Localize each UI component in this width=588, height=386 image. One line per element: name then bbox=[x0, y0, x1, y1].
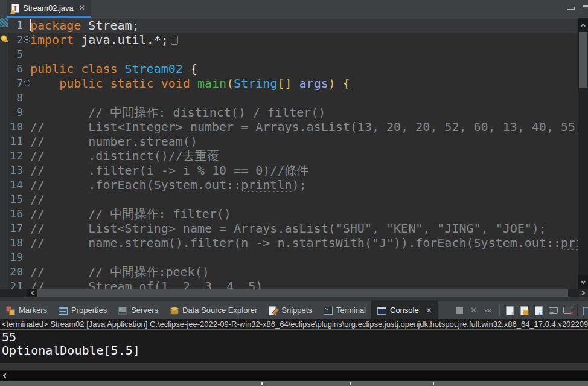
code-line[interactable]: 21// Stream.of(1, 2, 3, 4, 5) bbox=[0, 279, 578, 289]
fold-expand-icon[interactable]: + bbox=[24, 36, 30, 43]
line-number: 5 bbox=[8, 47, 23, 62]
fold-cell bbox=[23, 149, 30, 163]
open-console-icon[interactable] bbox=[583, 306, 588, 315]
vertical-scrollbar[interactable] bbox=[578, 18, 588, 297]
console-output-line: 55 bbox=[2, 330, 588, 344]
code-line[interactable]: 8 bbox=[0, 91, 578, 105]
data-source-explorer-icon bbox=[169, 306, 179, 315]
scroll-right-corner-icon[interactable] bbox=[578, 289, 588, 297]
code-line[interactable]: 2+import java.util.*; bbox=[0, 33, 578, 47]
console-output[interactable]: 55OptionalDouble[5.5] bbox=[0, 330, 588, 363]
code-line[interactable]: 19 bbox=[0, 250, 578, 265]
trim-tick bbox=[350, 382, 351, 385]
code-line[interactable]: 13// .filter(i -> i % 10 == 0)//條件 bbox=[0, 163, 578, 178]
code-line[interactable]: 20// // 中間操作:peek() bbox=[0, 265, 578, 279]
range-indicator bbox=[0, 18, 8, 27]
code-text: // name.stream().filter(n -> n.startsWit… bbox=[30, 236, 578, 250]
snippets-icon bbox=[268, 306, 278, 315]
code-line[interactable]: 6public class Stream02 { bbox=[0, 62, 578, 76]
gutter-cell bbox=[0, 279, 8, 289]
fold-cell bbox=[23, 62, 30, 76]
code-line[interactable]: 7− public static void main(String[] args… bbox=[0, 76, 578, 91]
horizontal-scrollbar[interactable] bbox=[0, 289, 578, 297]
gutter-cell bbox=[0, 163, 8, 178]
terminate-icon[interactable] bbox=[455, 306, 465, 315]
code-text: // Stream.of(1, 2, 3, 4, 5) bbox=[30, 279, 578, 289]
line-number: 8 bbox=[8, 91, 23, 105]
code-line[interactable]: 16// // 中間操作: filter() bbox=[0, 207, 578, 221]
console-horizontal-scrollbar[interactable] bbox=[0, 371, 588, 381]
horizontal-scrollbar-thumb[interactable] bbox=[37, 289, 568, 297]
code-line[interactable]: 17// List<String> name = Arrays.asList("… bbox=[0, 221, 578, 236]
scroll-up-icon[interactable] bbox=[578, 18, 588, 32]
code-text: // List<String> name = Arrays.asList("SH… bbox=[30, 221, 578, 236]
bottom-trim-strip bbox=[0, 381, 588, 386]
code-text: import java.util.*; bbox=[30, 33, 578, 47]
code-text bbox=[30, 250, 578, 265]
line-number: 13 bbox=[8, 163, 23, 178]
view-tab-label: Snippets bbox=[281, 306, 312, 315]
view-tab-snippets[interactable]: Snippets bbox=[263, 301, 318, 319]
text-cursor bbox=[30, 19, 31, 31]
code-line[interactable]: 1package Stream; bbox=[0, 18, 578, 33]
console-scroll-left-icon[interactable] bbox=[3, 373, 8, 378]
fold-cell bbox=[23, 221, 30, 236]
view-tab-data-source-explorer[interactable]: Data Source Explorer bbox=[164, 301, 263, 319]
code-text: public class Stream02 { bbox=[30, 62, 578, 76]
close-icon[interactable]: ✕ bbox=[426, 307, 432, 314]
code-lines: 1package Stream;2+import java.util.*;56p… bbox=[0, 18, 578, 289]
code-line[interactable]: 11// number.stream() bbox=[0, 134, 578, 149]
close-icon[interactable]: ✕ bbox=[79, 4, 85, 11]
code-line[interactable]: 15// bbox=[0, 192, 578, 207]
line-number: 15 bbox=[8, 192, 23, 207]
view-tab-label: Console bbox=[390, 306, 419, 315]
console-output-line: OptionalDouble[5.5] bbox=[2, 344, 588, 357]
show-stdout-icon[interactable] bbox=[548, 306, 558, 315]
editor-tab-stream02[interactable]: Stream02.java ✕ bbox=[7, 0, 91, 18]
remove-all-terminated-icon[interactable] bbox=[484, 306, 494, 315]
line-number: 2 bbox=[8, 33, 23, 47]
code-line[interactable]: 12// .distinct()//去重覆 bbox=[0, 149, 578, 163]
maximize-icon[interactable] bbox=[583, 5, 588, 11]
scroll-lock-icon[interactable] bbox=[519, 306, 529, 315]
gutter-cell bbox=[0, 47, 8, 62]
fold-cell bbox=[23, 134, 30, 149]
view-tab-markers[interactable]: Markers bbox=[0, 301, 53, 319]
editor-tab-title: Stream02.java bbox=[23, 4, 74, 13]
toolbar-separator bbox=[577, 305, 578, 315]
code-line[interactable]: 18// name.stream().filter(n -> n.startsW… bbox=[0, 236, 578, 250]
scroll-down-icon[interactable] bbox=[578, 275, 588, 289]
minimize-icon[interactable] bbox=[567, 7, 575, 10]
show-stderr-icon[interactable] bbox=[563, 306, 572, 315]
line-number: 11 bbox=[8, 134, 23, 149]
code-line[interactable]: 10// List<Integer> number = Arrays.asLis… bbox=[0, 120, 578, 134]
code-line[interactable]: 5 bbox=[0, 47, 578, 62]
clear-console-icon[interactable] bbox=[505, 306, 514, 315]
remove-launch-icon[interactable] bbox=[470, 306, 479, 315]
code-line[interactable]: 14// .forEach(System.out::println); bbox=[0, 178, 578, 192]
gutter-cell bbox=[0, 76, 8, 91]
vertical-scrollbar-thumb[interactable] bbox=[579, 32, 587, 88]
gutter-cell bbox=[0, 134, 8, 149]
eclipse-window: Stream02.java ✕ 1package Stream;2+import… bbox=[0, 0, 588, 386]
code-text: // bbox=[30, 192, 578, 207]
view-tab-terminal[interactable]: Terminal bbox=[318, 301, 371, 319]
code-text: // .forEach(System.out::println); bbox=[30, 178, 578, 192]
view-tab-servers[interactable]: Servers bbox=[112, 301, 164, 319]
code-editor[interactable]: 1package Stream;2+import java.util.*;56p… bbox=[0, 18, 578, 289]
console-icon bbox=[377, 306, 386, 315]
scroll-left-icon[interactable] bbox=[27, 289, 37, 297]
warning-bulb-icon[interactable] bbox=[1, 35, 7, 42]
word-wrap-icon[interactable] bbox=[534, 306, 543, 315]
line-number: 10 bbox=[8, 120, 23, 134]
fold-cell bbox=[23, 18, 30, 33]
markers-icon bbox=[5, 306, 15, 315]
code-line[interactable]: 9 // 中間操作: distinct() / filter() bbox=[0, 105, 578, 120]
view-tab-console[interactable]: Console✕ bbox=[371, 301, 438, 319]
view-tab-properties[interactable]: Properties bbox=[53, 301, 112, 319]
folded-region-icon[interactable] bbox=[171, 36, 178, 45]
view-tab-label: Data Source Explorer bbox=[182, 306, 257, 315]
java-file-icon bbox=[11, 4, 19, 13]
console-scroll-track[interactable] bbox=[0, 363, 588, 371]
fold-collapse-icon[interactable]: − bbox=[24, 80, 30, 86]
